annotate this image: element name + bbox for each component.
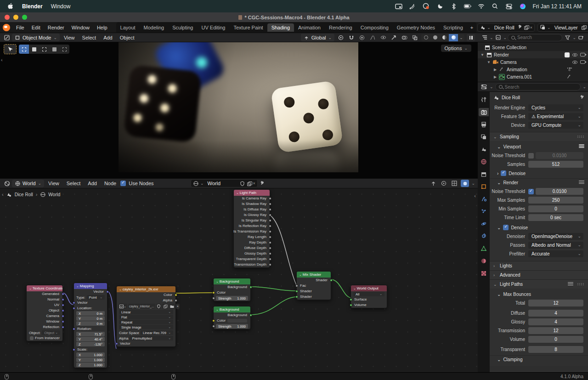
env-texture-title[interactable]: cayley_interior_2k.exr — [117, 286, 175, 292]
panel-lights-header[interactable]: ›Lights — [490, 261, 588, 270]
prefilter-dropdown[interactable]: Accurate — [528, 250, 583, 257]
feature-set-dropdown[interactable]: ⚠ Experimental — [528, 113, 583, 120]
scene-selector[interactable]: ⌄ Dice Roll × — [477, 23, 535, 32]
parent-node-tree-icon[interactable] — [429, 180, 437, 187]
outliner-row-scene-collection[interactable]: Scene Collection — [478, 44, 588, 51]
image-copy-icon[interactable] — [162, 304, 168, 309]
socket-mix-out[interactable] — [330, 279, 333, 282]
mapping-location-x[interactable]: X0 m — [76, 311, 105, 316]
xray-toggle-icon[interactable] — [411, 34, 419, 41]
device-dropdown[interactable]: GPU Compute — [528, 122, 583, 129]
properties-editor-type-icon[interactable] — [480, 83, 488, 91]
menu-window[interactable]: Window — [68, 24, 93, 31]
tab-modifiers[interactable] — [479, 195, 489, 203]
viewport-denoise-row[interactable]: › Denoise — [490, 169, 588, 177]
tab-world[interactable] — [479, 158, 489, 166]
node-environment-texture[interactable]: cayley_interior_2k.exr Color Alpha ⌄ cay… — [116, 286, 176, 347]
new-world-icon[interactable] — [247, 181, 251, 186]
image-open-folder-icon[interactable] — [169, 304, 175, 309]
macos-clock[interactable]: Fri Jan 12 11:41 AM — [533, 3, 582, 10]
socket-reflection[interactable] — [62, 326, 64, 329]
node-texture-coordinate[interactable]: Texture Coordinate Generated Normal UV O… — [26, 285, 63, 341]
mode-selector[interactable]: Object Mode ⌄ — [12, 34, 60, 41]
socket-mix-shader1[interactable] — [295, 290, 298, 293]
shader-menu-add[interactable]: Add — [85, 180, 100, 187]
socket-ray-depth[interactable] — [269, 241, 271, 244]
alpha-mode-dropdown[interactable]: Premultiplied — [130, 336, 173, 340]
total-bounces-field[interactable]: 12 — [528, 300, 583, 306]
tab-uv-editing[interactable]: UV Editing — [197, 23, 229, 32]
socket-is-glossy-ray[interactable] — [269, 214, 271, 216]
image-browse-icon[interactable]: ⌄ — [119, 304, 127, 309]
select-mode-intersect-button[interactable] — [59, 45, 69, 54]
new-collection-icon[interactable] — [577, 34, 585, 41]
image-name-field[interactable]: cayley_interior_... — [128, 304, 155, 309]
tab-layout[interactable]: Layout — [116, 23, 140, 32]
render-denoise-checkbox[interactable] — [503, 225, 509, 230]
socket-mapping-rotation[interactable] — [73, 328, 75, 330]
bg2-color-swatch[interactable] — [227, 319, 247, 323]
tab-texture-paint[interactable]: Texture Paint — [229, 23, 267, 32]
socket-mapping-vector-in[interactable] — [73, 301, 75, 304]
viewport-3d[interactable]: Options⌄ ‹ — [0, 42, 478, 178]
tab-physics[interactable] — [479, 220, 489, 228]
mix-shader-title[interactable]: Mix Shader — [297, 272, 331, 278]
pin-icon[interactable] — [518, 25, 522, 29]
outliner-search[interactable] — [508, 34, 562, 41]
socket-is-camera-ray[interactable] — [269, 197, 271, 200]
apple-menu-icon[interactable] — [6, 3, 14, 10]
world-output-title[interactable]: World Output — [351, 285, 387, 291]
menu-file[interactable]: File — [13, 24, 28, 31]
mapping-location-z[interactable]: Z0 m — [76, 321, 105, 326]
socket-bg2-color[interactable] — [212, 319, 215, 322]
image-fake-user-icon[interactable] — [156, 304, 161, 309]
socket-transparent-depth[interactable] — [269, 258, 271, 261]
tab-compositing[interactable]: Compositing — [356, 23, 393, 32]
tab-tool[interactable] — [479, 96, 489, 104]
socket-mapping-location[interactable] — [73, 307, 75, 310]
editor-type-icon[interactable] — [3, 34, 11, 41]
object-eyedropper-field[interactable]: Object — [42, 330, 60, 335]
shading-solid-button[interactable] — [430, 34, 440, 41]
bg2-strength-field[interactable]: Strength1.000 — [216, 324, 248, 329]
light-path-title[interactable]: Light Path — [234, 190, 270, 196]
pause-render-button[interactable] — [467, 34, 475, 41]
scene-name[interactable]: Dice Roll — [492, 25, 516, 30]
node-background-top[interactable]: Background Background Color Strength1.00… — [213, 278, 251, 301]
node-overlay-grid-icon[interactable] — [450, 180, 458, 187]
shading-material-preview-button[interactable] — [440, 34, 449, 41]
mapping-title[interactable]: Mapping — [74, 283, 107, 289]
properties-options-caret[interactable]: ⌄ — [582, 85, 586, 89]
texture-coordinate-title[interactable]: Texture Coordinate — [27, 285, 62, 291]
socket-env-vector-in[interactable] — [115, 342, 118, 345]
mapping-rotation-x[interactable]: X71.5° — [76, 332, 105, 336]
add-workspace-button[interactable]: + — [467, 23, 476, 32]
node-world-output[interactable]: World Output All Surface Volume — [351, 285, 387, 308]
shader-node-canvas[interactable]: ‹ Dice Roll › World Light Path Is Camera… — [0, 188, 478, 372]
outliner-filter-icon[interactable] — [563, 34, 571, 41]
unlink-world-icon[interactable]: × — [253, 181, 255, 186]
capture-app-icon[interactable] — [423, 3, 430, 10]
node-background-bottom[interactable]: Background Background Color Strength1.00… — [213, 306, 251, 329]
tab-object[interactable] — [479, 182, 489, 191]
use-nodes-checkbox[interactable] — [120, 181, 126, 186]
preset-icon[interactable] — [579, 181, 584, 185]
disable-render-icon[interactable] — [580, 53, 585, 57]
shader-menu-node[interactable]: Node — [101, 180, 119, 187]
output-target-dropdown[interactable]: All — [353, 292, 384, 296]
overlay-caret[interactable]: ⌄ — [471, 181, 475, 186]
active-tool-select-button[interactable] — [4, 44, 17, 54]
socket-mix-shader2[interactable] — [295, 295, 298, 298]
tab-animation[interactable]: Animation — [294, 23, 325, 32]
wifi-icon[interactable] — [478, 3, 485, 10]
background-bottom-title[interactable]: Background — [214, 306, 250, 312]
diffuse-bounces-field[interactable]: 4 — [528, 310, 583, 317]
node-mapping[interactable]: Mapping Vector Type:Point Vector Locatio… — [74, 283, 107, 368]
transform-orientation-selector[interactable]: Global ⌄ — [301, 34, 334, 41]
node-region-chevron[interactable]: ‹ — [474, 193, 476, 199]
proportional-editing-icon[interactable] — [358, 34, 366, 41]
menu-help[interactable]: Help — [94, 24, 111, 31]
preset-icon[interactable] — [579, 144, 584, 149]
overlays-icon[interactable] — [400, 34, 408, 41]
viewport-noise-threshold-field[interactable]: 0.0100 — [536, 152, 583, 159]
